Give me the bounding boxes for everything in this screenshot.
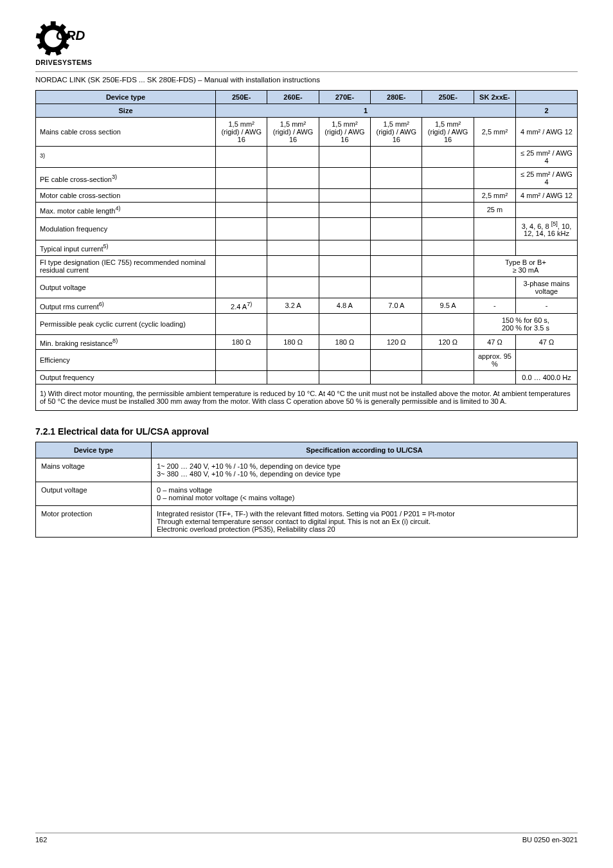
table-cell bbox=[267, 350, 319, 371]
table-cell: 1,5 mm² (rigid) / AWG 16 bbox=[216, 118, 267, 147]
table-cell bbox=[422, 203, 474, 218]
table-row-label: 3) bbox=[36, 147, 216, 168]
t1-h1: 250E- bbox=[216, 91, 267, 104]
t1-h3: 270E- bbox=[319, 91, 370, 104]
table-cell bbox=[371, 217, 422, 240]
logo-block: ORD DRIVESYSTEMS bbox=[35, 19, 578, 68]
table-cell bbox=[371, 313, 422, 334]
table-cell: 120 Ω bbox=[371, 334, 422, 350]
table-cell bbox=[371, 203, 422, 218]
table-cell: 1,5 mm² (rigid) / AWG 16 bbox=[422, 118, 474, 147]
table-cell bbox=[422, 276, 474, 298]
table-cell bbox=[422, 147, 474, 168]
table-cell bbox=[216, 255, 267, 276]
table-cell bbox=[216, 203, 267, 218]
table-cell bbox=[216, 371, 267, 384]
table-cell: 2,5 mm² bbox=[474, 118, 515, 147]
doc-id: BU 0250 en-3021 bbox=[522, 836, 578, 844]
t2-h1: Specification according to UL/CSA bbox=[152, 442, 578, 458]
table-cell: 150 % for 60 s,200 % for 3.5 s bbox=[474, 313, 577, 334]
table-cell: 180 Ω bbox=[216, 334, 267, 350]
table-cell: 3-phase mains voltage bbox=[516, 276, 578, 298]
table-row-label: FI type designation (IEC 755) recommende… bbox=[36, 255, 216, 276]
table-cell bbox=[267, 313, 319, 334]
table-cell bbox=[422, 168, 474, 189]
table-row-label: Min. braking resistance8) bbox=[36, 334, 216, 350]
svg-rect-1 bbox=[51, 21, 56, 28]
table-cell: 1,5 mm² (rigid) / AWG 16 bbox=[267, 118, 319, 147]
t1-note: 1) With direct motor mounting, the permi… bbox=[36, 384, 578, 411]
table-cell bbox=[371, 240, 422, 256]
electrical-data-table: Device type 250E- 260E- 270E- 280E- 250E… bbox=[35, 90, 578, 411]
table-cell bbox=[267, 168, 319, 189]
table-cell bbox=[319, 189, 370, 203]
table-cell bbox=[267, 189, 319, 203]
table-cell bbox=[216, 276, 267, 298]
table-cell bbox=[422, 240, 474, 256]
table-row-label: Permissible peak cyclic current (cyclic … bbox=[36, 313, 216, 334]
t1-h4: 280E- bbox=[371, 91, 422, 104]
table-cell bbox=[267, 217, 319, 240]
table-cell: - bbox=[474, 298, 515, 313]
table-cell: 9.5 A bbox=[422, 298, 474, 313]
table-cell: 1,5 mm² (rigid) / AWG 16 bbox=[319, 118, 370, 147]
t1-sub-label: Size bbox=[36, 104, 216, 118]
t1-h6: SK 2xxE- bbox=[474, 91, 515, 104]
table-row-label: Output voltage bbox=[36, 482, 152, 506]
table-cell: 4 mm² / AWG 12 bbox=[516, 189, 578, 203]
table-cell bbox=[474, 147, 515, 168]
table-row-label: Mains voltage bbox=[36, 458, 152, 482]
table-cell: 4 mm² / AWG 12 bbox=[516, 118, 578, 147]
table-cell bbox=[516, 240, 578, 256]
table-cell bbox=[422, 313, 474, 334]
footer-divider bbox=[35, 833, 578, 833]
table-cell: 180 Ω bbox=[267, 334, 319, 350]
doc-title: NORDAC LINK (SK 250E-FDS ... SK 280E-FDS… bbox=[35, 76, 320, 84]
table-cell: 3.2 A bbox=[267, 298, 319, 313]
table-cell bbox=[422, 217, 474, 240]
table-row-label: Motor cable cross-section bbox=[36, 189, 216, 203]
table-cell: 1,5 mm² (rigid) / AWG 16 bbox=[371, 118, 422, 147]
table-cell bbox=[474, 276, 515, 298]
table-cell bbox=[267, 240, 319, 256]
table-cell: 1~ 200 … 240 V, +10 % / -10 %, depending… bbox=[152, 458, 578, 482]
table-cell: 0.0 … 400.0 Hz bbox=[516, 371, 578, 384]
table-cell bbox=[371, 371, 422, 384]
table-cell bbox=[216, 189, 267, 203]
table-row-label: Output rms current6) bbox=[36, 298, 216, 313]
table-cell bbox=[371, 350, 422, 371]
table-cell: 25 m bbox=[474, 203, 515, 218]
table-cell bbox=[474, 168, 515, 189]
table-cell bbox=[422, 189, 474, 203]
table-cell bbox=[371, 147, 422, 168]
t1-h7 bbox=[516, 91, 578, 104]
svg-text:ORD: ORD bbox=[56, 28, 85, 42]
table-cell bbox=[267, 255, 319, 276]
table-cell bbox=[319, 371, 370, 384]
page-number: 162 bbox=[35, 836, 47, 844]
table-cell bbox=[267, 147, 319, 168]
table-cell bbox=[422, 350, 474, 371]
t2-h0: Device type bbox=[36, 442, 152, 458]
table-cell bbox=[371, 168, 422, 189]
t1-h2: 260E- bbox=[267, 91, 319, 104]
table-row-label: Motor protection bbox=[36, 506, 152, 538]
table-row-label: Max. motor cable length4) bbox=[36, 203, 216, 218]
table-cell: 2,5 mm² bbox=[474, 189, 515, 203]
t1-sub-size1: 1 bbox=[216, 104, 516, 118]
ul-csa-table: Device type Specification according to U… bbox=[35, 442, 578, 538]
table-cell: - bbox=[516, 298, 578, 313]
subsection-title: 7.2.1 Electrical data for UL/CSA approva… bbox=[35, 426, 578, 437]
table-cell bbox=[216, 313, 267, 334]
table-row-label: Efficiency bbox=[36, 350, 216, 371]
table-cell: Integrated resistor (TF+, TF-) with the … bbox=[152, 506, 578, 538]
table-cell: 180 Ω bbox=[319, 334, 370, 350]
table-cell: 120 Ω bbox=[422, 334, 474, 350]
table-cell bbox=[267, 203, 319, 218]
table-cell bbox=[319, 147, 370, 168]
table-cell bbox=[474, 371, 515, 384]
table-cell: Type B or B+≥ 30 mA bbox=[474, 255, 577, 276]
table-cell: 3, 4, 6, 8 [5], 10, 12, 14, 16 kHz bbox=[516, 217, 578, 240]
table-cell bbox=[371, 276, 422, 298]
table-cell bbox=[216, 147, 267, 168]
